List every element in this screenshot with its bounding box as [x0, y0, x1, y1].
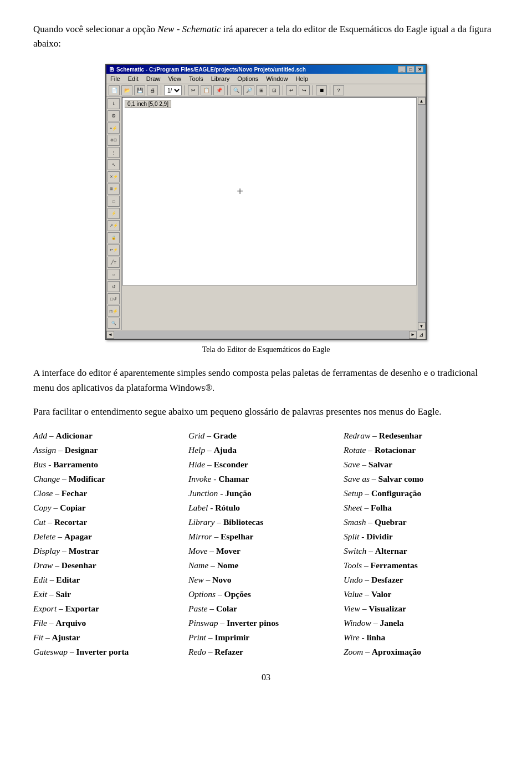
- glossary-term-pt: Fechar: [62, 488, 87, 498]
- menu-draw[interactable]: Draw: [145, 75, 162, 83]
- glossary-separator: –: [68, 647, 76, 656]
- save-btn[interactable]: 💾: [134, 85, 145, 95]
- glossary-term-pt: Salvar como: [378, 474, 423, 483]
- glossary-row: Export – ExportarPaste – ColarView – Vis…: [33, 601, 499, 616]
- left-btn-tool7[interactable]: ↗⚡: [108, 220, 120, 231]
- menu-file[interactable]: File: [109, 75, 122, 83]
- glossary-term-pt: Ajuda: [214, 445, 237, 455]
- bottom-scrollbar[interactable]: ◄ ►: [106, 331, 417, 339]
- scroll-down-btn[interactable]: ▼: [418, 322, 426, 330]
- bottom-bar: ◄ ► ⊿: [106, 330, 426, 339]
- left-btn-tool5[interactable]: □: [108, 196, 120, 207]
- coord-box: 0,1 inch [5,0 2,9]: [125, 100, 171, 108]
- page-number: 03: [33, 672, 499, 682]
- glossary-term-pt: Ferramentas: [371, 560, 418, 570]
- menu-edit[interactable]: Edit: [126, 75, 140, 83]
- menu-library[interactable]: Library: [209, 75, 232, 83]
- scroll-right-btn[interactable]: ►: [409, 331, 417, 339]
- left-btn-wire2[interactable]: ↖: [108, 159, 120, 170]
- glossary-term-en: Split: [344, 532, 359, 541]
- glossary-cell: Grid – Grade: [188, 429, 344, 443]
- glossary-row: Exit – SairOptions – OpçõesValue – Valor: [33, 587, 499, 601]
- glossary-cell: Assign – Designar: [33, 443, 188, 457]
- left-btn-poly[interactable]: ⊓⚡: [108, 305, 120, 317]
- zoom-in-btn[interactable]: 🔍: [231, 85, 242, 95]
- glossary-cell: Library – Bibliotecas: [188, 515, 344, 529]
- menu-options[interactable]: Options: [236, 75, 260, 83]
- glossary-cell: Undo – Desfazer: [344, 573, 499, 587]
- eagle-window: 🖹 Schematic - C:/Program Files/EAGLE/pro…: [105, 64, 427, 340]
- help-btn[interactable]: ?: [333, 85, 344, 95]
- print-btn[interactable]: 🖨: [147, 85, 158, 95]
- glossary-row: Display – MostrarMove – MoverSwitch – Al…: [33, 544, 499, 558]
- glossary-term-en: New: [188, 575, 204, 584]
- glossary-cell: Print – Imprimir: [188, 630, 344, 645]
- glossary-cell: Zoom – Aproximação: [344, 645, 499, 659]
- left-btn-tool6[interactable]: ⚡: [108, 208, 120, 219]
- stop-btn[interactable]: ⏹: [316, 85, 327, 95]
- zoom-fit-btn[interactable]: ⊞: [256, 85, 267, 95]
- menu-view[interactable]: View: [166, 75, 183, 83]
- glossary-cell: Move – Mover: [188, 544, 344, 558]
- close-button[interactable]: ✕: [416, 66, 423, 73]
- glossary-term-pt: Inverter porta: [76, 647, 129, 656]
- glossary-separator: –: [362, 560, 371, 570]
- cut-btn[interactable]: ✂: [188, 85, 199, 95]
- left-btn-rect[interactable]: □↺: [108, 293, 120, 304]
- glossary-term-pt: Refazer: [214, 647, 243, 656]
- sep1: [161, 85, 161, 95]
- glossary-separator: –: [212, 532, 221, 541]
- canvas-area[interactable]: 0,1 inch [5,0 2,9] +: [122, 97, 417, 285]
- sep3: [227, 85, 228, 95]
- left-btn-add[interactable]: +⚡: [108, 123, 120, 134]
- glossary-term-pt: Configuração: [371, 488, 421, 498]
- glossary-term-en: Draw: [33, 560, 53, 570]
- copy-btn[interactable]: 📋: [201, 85, 212, 95]
- glossary-term-en: Edit: [33, 575, 48, 584]
- glossary-cell: Cut – Recortar: [33, 515, 188, 529]
- glossary-separator: –: [52, 503, 60, 512]
- left-btn-circle[interactable]: ○: [108, 269, 120, 280]
- zoom-sel-btn[interactable]: ⊡: [269, 85, 280, 95]
- left-btn-tool4[interactable]: ⊠⚡: [108, 183, 120, 195]
- glossary-term-pt: Redesenhar: [379, 431, 422, 440]
- left-btn-tool9[interactable]: ↩⚡: [108, 244, 120, 256]
- left-btn-tool10[interactable]: ╱T: [108, 257, 120, 268]
- maximize-button[interactable]: □: [407, 66, 415, 73]
- new-btn[interactable]: 📄: [109, 85, 120, 95]
- glossary-separator: –: [47, 589, 56, 599]
- left-btn-wire1[interactable]: ⋮: [108, 147, 120, 158]
- redo-btn[interactable]: ↪: [299, 85, 310, 95]
- left-btn-tool3[interactable]: ✕⚡: [108, 171, 120, 182]
- glossary-term-en: Move: [188, 546, 207, 555]
- left-btn-arc[interactable]: ↺: [108, 281, 120, 292]
- glossary-cell: Delete – Apagar: [33, 529, 188, 544]
- left-btn-settings[interactable]: ⚙: [108, 110, 120, 121]
- undo-btn[interactable]: ↩: [286, 85, 297, 95]
- glossary-separator: -: [360, 633, 367, 642]
- right-scrollbar[interactable]: ▲ ▼: [417, 97, 426, 330]
- left-btn-tool8[interactable]: 🔒: [108, 232, 120, 243]
- scroll-left-btn[interactable]: ◄: [106, 331, 114, 339]
- menu-help[interactable]: Help: [294, 75, 310, 83]
- minimize-button[interactable]: _: [398, 66, 406, 73]
- open-btn[interactable]: 📂: [121, 85, 132, 95]
- zoom-out-btn[interactable]: 🔎: [243, 85, 254, 95]
- glossary-separator: –: [370, 474, 378, 483]
- glossary-cell: Label - Rótulo: [188, 501, 344, 515]
- glossary-term-pt: Junção: [225, 488, 251, 498]
- scroll-up-btn[interactable]: ▲: [418, 97, 426, 105]
- glossary-cell: Fit – Ajustar: [33, 630, 188, 645]
- left-btn-info[interactable]: ℹ: [108, 98, 120, 109]
- glossary-term-pt: Chamar: [218, 474, 249, 483]
- window-icon: 🖹: [109, 67, 114, 73]
- scroll-track-h: [114, 331, 409, 339]
- left-btn-net[interactable]: ⊕⊡: [108, 135, 120, 146]
- paste-btn[interactable]: 📌: [213, 85, 224, 95]
- page-combo[interactable]: 1/1: [164, 85, 182, 95]
- glossary-term-en: File: [33, 618, 47, 628]
- glossary-cell: New – Novo: [188, 573, 344, 587]
- menu-window[interactable]: Window: [264, 75, 289, 83]
- menu-tools[interactable]: Tools: [187, 75, 205, 83]
- left-btn-zoom[interactable]: 🔍: [108, 318, 120, 329]
